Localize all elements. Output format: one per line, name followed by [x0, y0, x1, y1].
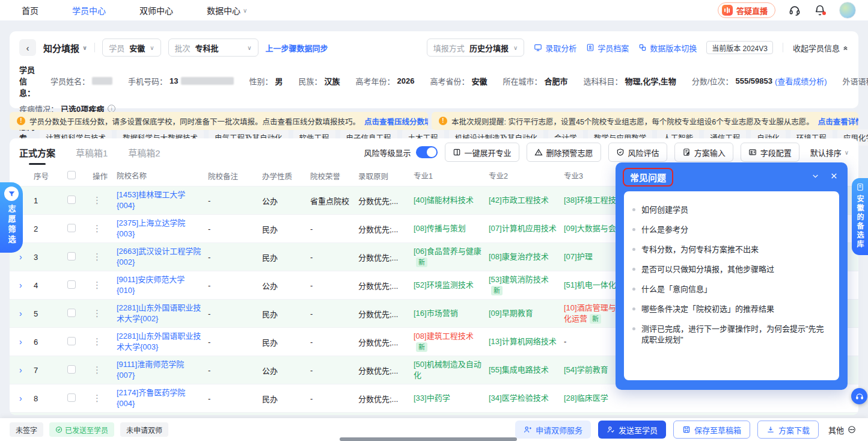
- faq-minimize-icon[interactable]: [811, 172, 819, 182]
- faq-item[interactable]: 是否可以只做知分填报，其他步骤略过: [632, 264, 828, 275]
- major-cell[interactable]: [28]临床医学: [564, 393, 639, 404]
- school-honor: -: [310, 394, 358, 403]
- data-version-switch-button[interactable]: 数据版本切换: [638, 42, 697, 54]
- row-checkbox[interactable]: [67, 196, 76, 204]
- row-actions-menu[interactable]: ⋮: [93, 223, 117, 234]
- college-name-link[interactable]: [2281]山东外国语职业技术大学{002}: [117, 303, 208, 324]
- college-name-link[interactable]: [2281]山东外国语职业技术大学{003}: [117, 331, 208, 353]
- notice-1-link[interactable]: 点击查看压线分数填报技巧 >: [364, 116, 428, 127]
- row-checkbox[interactable]: [67, 280, 76, 289]
- score-analysis-link[interactable]: (查看成绩分析): [775, 75, 827, 87]
- row-checkbox[interactable]: [67, 224, 76, 232]
- plan-tab-1[interactable]: 草稿箱1: [76, 139, 108, 166]
- row-expand-caret[interactable]: ›: [19, 309, 34, 318]
- row-checkbox[interactable]: [67, 337, 76, 345]
- toolbar-button-2[interactable]: 风险评估: [608, 143, 667, 162]
- download-plan-button[interactable]: 方案下载: [757, 421, 819, 439]
- major-cell[interactable]: [50]机械制造及自动化: [414, 359, 489, 381]
- row-expand-caret[interactable]: ›: [19, 280, 34, 290]
- major-cell[interactable]: [08]建筑工程技术新: [414, 331, 489, 353]
- row-checkbox[interactable]: [67, 393, 76, 402]
- nav-item-1[interactable]: 学员中心: [72, 4, 106, 16]
- customer-service-float-button[interactable]: [851, 388, 867, 404]
- save-to-draft-button[interactable]: 保存至草稿箱: [673, 421, 750, 439]
- major-cell[interactable]: [06]食品营养与健康新: [414, 246, 489, 268]
- sort-dropdown[interactable]: 默认排序∨: [810, 147, 849, 158]
- row-checkbox[interactable]: [67, 252, 76, 261]
- major-cell[interactable]: [33]中药学: [414, 393, 489, 404]
- college-name-link[interactable]: [1453]桂林理工大学{004}: [117, 190, 208, 211]
- faq-close-icon[interactable]: [830, 172, 838, 182]
- row-expand-caret[interactable]: ›: [19, 365, 34, 375]
- row-checkbox[interactable]: [67, 309, 76, 317]
- faq-item[interactable]: 专科分数，为何专科方案推不出来: [632, 244, 828, 255]
- row-actions-menu[interactable]: ⋮: [93, 336, 117, 347]
- major-cell[interactable]: [40]储能材料技术: [414, 195, 489, 206]
- row-actions-menu[interactable]: ⋮: [93, 280, 117, 291]
- candidate-library-tab[interactable]: 安徽的备选库: [852, 178, 868, 255]
- apply-twin-teacher-button[interactable]: 申请双师服务: [515, 421, 591, 439]
- row-actions-menu[interactable]: ⋮: [93, 393, 117, 404]
- faq-item[interactable]: 哪些条件决定「院校初选」的推荐结果: [632, 304, 828, 315]
- college-name-link[interactable]: [2375]上海立达学院{003}: [117, 218, 208, 239]
- row-checkbox[interactable]: [67, 365, 76, 374]
- horizontal-scrollbar[interactable]: [340, 437, 517, 441]
- major-cell[interactable]: [42]市政工程技术: [489, 195, 564, 206]
- row-expand-caret[interactable]: ›: [19, 393, 34, 403]
- nav-item-3[interactable]: 数据中心∨: [207, 4, 247, 16]
- major-cell[interactable]: [08]传播与策划: [414, 223, 489, 234]
- batch-select[interactable]: 批次专科批∨: [168, 39, 258, 57]
- major-cell[interactable]: [55]集成电路技术: [489, 365, 564, 375]
- student-select[interactable]: 学员安徽∨: [102, 39, 160, 57]
- divider: [94, 43, 95, 52]
- other-actions-button[interactable]: 其他: [826, 421, 858, 439]
- student-archive-button[interactable]: 学员档案: [586, 42, 629, 54]
- volunteer-filter-tab[interactable]: 志愿筛选: [0, 182, 23, 253]
- back-button[interactable]: ‹: [19, 39, 36, 56]
- fill-mode-dropdown[interactable]: 知分填报∨: [43, 42, 87, 54]
- college-name-link[interactable]: [2663]武汉设计工程学院{002}: [117, 246, 208, 268]
- headset-icon[interactable]: [789, 4, 801, 16]
- major-cell[interactable]: [08]康复治疗技术: [489, 251, 564, 262]
- major-cell[interactable]: [07]计算机应用技术: [489, 223, 564, 234]
- send-to-student-button[interactable]: 发送至学员: [598, 421, 666, 439]
- toolbar-button-3[interactable]: 方案输入: [674, 143, 733, 162]
- plan-tab-0[interactable]: 正式方案: [19, 139, 55, 166]
- collapse-student-info[interactable]: 收起学员信息: [793, 42, 849, 54]
- live-qa-button[interactable]: 答疑直播: [718, 2, 775, 18]
- row-expand-caret[interactable]: ›: [19, 337, 34, 347]
- faq-item[interactable]: 测评已完成，进行下一步骤操作时，为何会提示"先完成职业规划": [632, 324, 828, 345]
- major-cell[interactable]: [13]计算机网络技术: [489, 336, 564, 347]
- risk-toggle[interactable]: [416, 146, 438, 158]
- toolbar-button-4[interactable]: 字段配置: [741, 143, 799, 162]
- row-actions-menu[interactable]: ⋮: [93, 308, 117, 319]
- avatar[interactable]: [839, 2, 856, 19]
- nav-item-2[interactable]: 双师中心: [139, 4, 173, 16]
- fill-way-select[interactable]: 填报方式历史分填报∨: [427, 39, 524, 57]
- sync-previous-step-link[interactable]: 上一步骤数据同步: [266, 42, 328, 54]
- major-cell[interactable]: [16]市场营销: [414, 308, 489, 319]
- college-name-link[interactable]: [9011]安庆师范大学{010}: [117, 274, 208, 296]
- toolbar-button-1[interactable]: 删除预警志愿: [527, 143, 601, 162]
- faq-item[interactable]: 什么是「意向信息」: [632, 284, 828, 295]
- nav-item-0[interactable]: 首页: [22, 4, 38, 16]
- toolbar-button-0[interactable]: 一键展开专业: [445, 143, 519, 162]
- row-actions-menu[interactable]: ⋮: [93, 251, 117, 262]
- bell-icon[interactable]: [814, 4, 826, 16]
- college-name-link[interactable]: [9111]淮南师范学院{007}: [117, 359, 208, 381]
- select-all-checkbox[interactable]: [67, 171, 76, 179]
- faq-item[interactable]: 如何创建学员: [632, 205, 828, 215]
- major-cell[interactable]: [34]医学检验技术: [489, 393, 564, 404]
- notice-2-link[interactable]: 点击查看详情 >: [818, 116, 858, 127]
- faq-item[interactable]: 什么是参考分: [632, 224, 828, 235]
- row-expand-caret[interactable]: ›: [19, 252, 34, 262]
- college-name-link[interactable]: [2174]齐鲁医药学院{004}: [117, 387, 208, 409]
- row-number: 8: [34, 394, 67, 403]
- major-cell[interactable]: [53]建筑消防技术新: [489, 274, 564, 296]
- row-actions-menu[interactable]: ⋮: [93, 195, 117, 206]
- major-cell[interactable]: [09]早期教育: [489, 308, 564, 319]
- admission-analysis-button[interactable]: 录取分析: [534, 42, 576, 54]
- major-cell[interactable]: [52]环境监测技术: [414, 280, 489, 291]
- row-actions-menu[interactable]: ⋮: [93, 365, 117, 375]
- plan-tab-2[interactable]: 草稿箱2: [128, 139, 160, 166]
